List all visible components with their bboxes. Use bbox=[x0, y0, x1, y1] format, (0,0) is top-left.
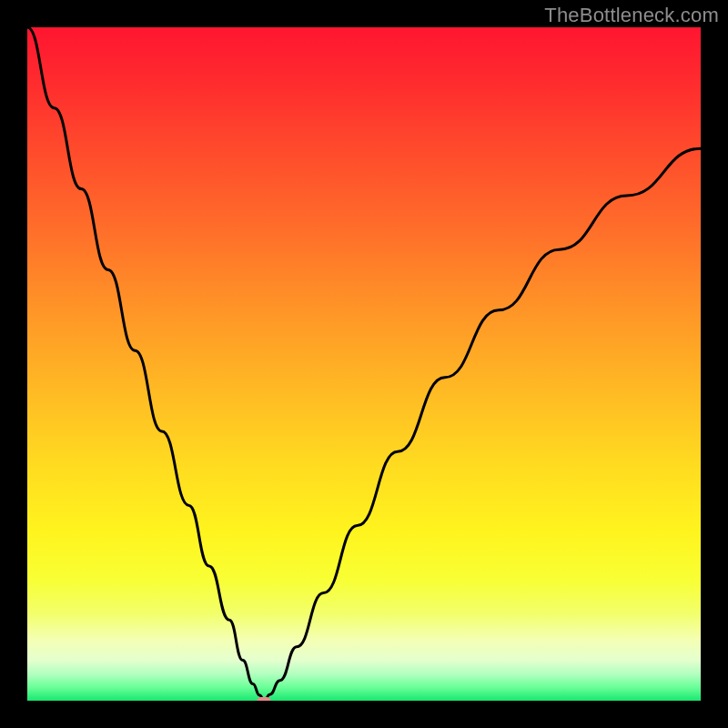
bottleneck-curve bbox=[27, 27, 701, 701]
watermark-text: TheBottleneck.com bbox=[544, 4, 719, 27]
optimum-marker bbox=[257, 697, 271, 701]
curve-right-arm bbox=[264, 148, 701, 701]
chart-frame: TheBottleneck.com bbox=[0, 0, 728, 728]
curve-left-arm bbox=[27, 27, 264, 701]
plot-area bbox=[27, 27, 701, 701]
